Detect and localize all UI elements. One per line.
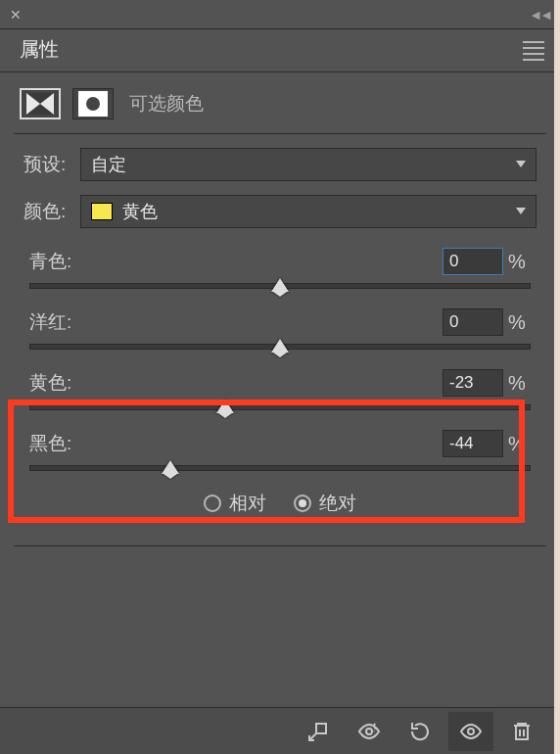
preset-dropdown[interactable]: 自定 [80, 148, 537, 181]
panel-titlebar: ✕ ◄◄ [0, 0, 560, 29]
method-absolute-radio[interactable]: 绝对 [294, 491, 356, 516]
slider-thumb[interactable] [271, 339, 289, 353]
slider-row: 青色:% [29, 248, 531, 289]
slider-label: 黑色: [29, 431, 443, 456]
panel-tabbar: 属性 [0, 29, 560, 72]
svg-rect-3 [316, 724, 326, 733]
svg-point-4 [366, 729, 372, 734]
slider-track[interactable] [29, 344, 531, 350]
radio-icon [294, 495, 311, 512]
svg-point-5 [468, 729, 474, 734]
percent-label: % [503, 251, 531, 273]
preset-label: 预设: [23, 152, 69, 177]
slider-label: 黄色: [29, 370, 443, 396]
percent-label: % [503, 433, 531, 455]
percent-label: % [503, 372, 531, 395]
chevron-down-icon [516, 208, 526, 214]
slider-label: 青色: [29, 249, 443, 274]
radio-icon [204, 495, 221, 512]
trash-icon[interactable] [499, 712, 544, 751]
window-edge [554, 0, 560, 754]
slider-track[interactable] [29, 404, 531, 410]
panel-menu-icon[interactable] [523, 41, 544, 61]
slider-thumb[interactable] [162, 460, 179, 474]
percent-label: % [503, 311, 531, 334]
selective-color-icon[interactable] [20, 88, 61, 119]
chevron-down-icon [516, 161, 526, 167]
tab-label: 属性 [20, 36, 59, 63]
color-dropdown[interactable]: 黄色 [80, 195, 537, 228]
collapse-icon[interactable]: ◄◄ [529, 7, 550, 23]
slider-row: 黄色:% [29, 369, 531, 410]
clip-to-layer-icon[interactable] [296, 712, 341, 751]
radio-label: 相对 [229, 491, 266, 516]
slider-thumb[interactable] [216, 400, 234, 413]
close-icon[interactable]: ✕ [10, 7, 22, 23]
slider-value-input[interactable] [443, 308, 503, 336]
color-label: 颜色: [23, 199, 69, 224]
svg-rect-6 [516, 726, 528, 739]
slider-row: 黑色:% [29, 430, 531, 471]
preset-value: 自定 [91, 153, 126, 176]
layer-mask-icon[interactable] [72, 88, 114, 119]
color-swatch [91, 203, 113, 220]
adjustment-header: 可选颜色 [14, 82, 546, 133]
slider-label: 洋红: [29, 309, 443, 335]
slider-thumb[interactable] [271, 278, 289, 292]
color-value: 黄色 [122, 200, 158, 223]
adjustment-title: 可选颜色 [129, 91, 204, 117]
view-previous-icon[interactable] [347, 712, 392, 751]
tab-properties[interactable]: 属性 [14, 29, 76, 71]
slider-value-input[interactable] [443, 430, 503, 457]
slider-track[interactable] [29, 465, 531, 471]
method-relative-radio[interactable]: 相对 [204, 491, 266, 516]
slider-value-input[interactable] [443, 248, 503, 275]
slider-value-input[interactable] [443, 369, 503, 397]
slider-track[interactable] [29, 283, 531, 289]
radio-label: 绝对 [319, 491, 356, 516]
slider-row: 洋红:% [29, 308, 531, 350]
visibility-eye-icon[interactable] [448, 712, 493, 751]
panel-footer [0, 707, 554, 754]
reset-icon[interactable] [397, 712, 443, 751]
